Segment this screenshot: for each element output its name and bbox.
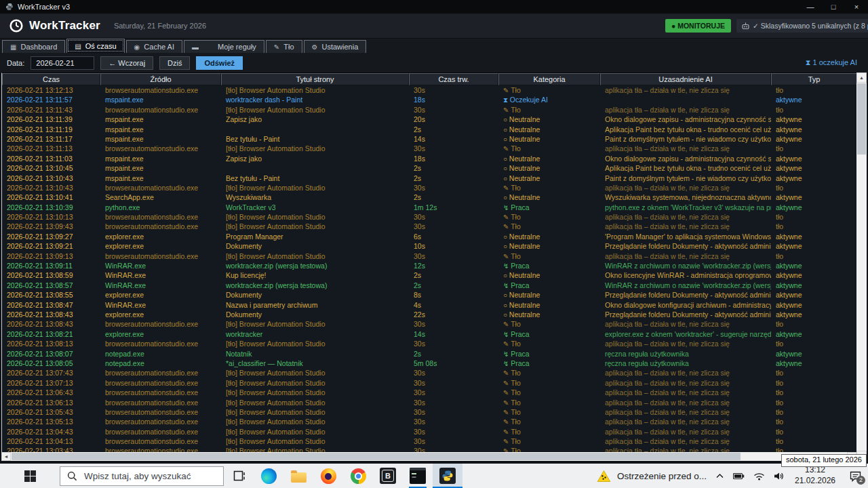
yesterday-button[interactable]: ← Wczoraj (100, 56, 153, 70)
column-header-kategoria[interactable]: Kategoria (498, 73, 600, 85)
cell-duration: 14s (409, 329, 498, 339)
tab-dashboard[interactable]: ▦Dashboard (2, 40, 65, 53)
cell-type: aktywne (771, 300, 857, 310)
table-row[interactable]: 2026-02-21 13:11:19mspaint.exe2s○ Neutra… (2, 125, 867, 134)
cell-justification: aplikacja tła – działa w tle, nie zlicza… (600, 183, 771, 192)
table-row[interactable]: 2026-02-21 13:08:57WinRAR.exeworktracker… (2, 281, 867, 290)
table-row[interactable]: 2026-02-21 13:10:43browserautomationstud… (2, 183, 867, 192)
table-row[interactable]: 2026-02-21 13:06:13browserautomationstud… (2, 398, 867, 407)
table-row[interactable]: 2026-02-21 13:09:13browserautomationstud… (2, 251, 867, 261)
table-row[interactable]: 2026-02-21 13:10:13browserautomationstud… (2, 212, 867, 222)
cell-source: browserautomationstudio.exe (100, 105, 221, 115)
table-row[interactable]: 2026-02-21 13:07:43browserautomationstud… (2, 368, 867, 378)
refresh-button[interactable]: Odśwież (196, 56, 243, 70)
worktracker-python-taskbar-icon[interactable] (433, 464, 462, 488)
tab-background[interactable]: ✎Tło (266, 40, 302, 53)
tlo-category-icon: ✎ (503, 214, 511, 221)
task-view-button[interactable] (224, 464, 254, 488)
column-header-zrodlo[interactable]: Źródło (100, 73, 221, 85)
tab-cache-ai[interactable]: ◉Cache AI (126, 40, 182, 53)
table-row[interactable]: 2026-02-21 13:06:43browserautomationstud… (2, 388, 867, 397)
notification-center-button[interactable]: 2 (846, 470, 864, 482)
tab-settings[interactable]: ⚙Ustawienia (304, 40, 367, 53)
column-header-tytul[interactable]: Tytuł strony (221, 73, 409, 85)
cell-time: 2026-02-21 13:05:13 (2, 417, 100, 426)
column-header-czas-trw[interactable]: Czas trw. (409, 73, 498, 85)
table-row[interactable]: 2026-02-21 13:11:39mspaint.exeZapisz jak… (2, 115, 867, 124)
file-explorer-taskbar-icon[interactable] (283, 464, 313, 488)
table-row[interactable]: 2026-02-21 13:11:03mspaint.exeZapisz jak… (2, 154, 867, 163)
horizontal-scroll-thumb[interactable] (12, 453, 741, 460)
cell-type: aktywne (771, 270, 857, 280)
cell-justification: ręczna reguła użytkownika (600, 359, 771, 368)
table-row[interactable]: 2026-02-21 13:08:59WinRAR.exeKup licencj… (2, 270, 867, 280)
table-row[interactable]: 2026-02-21 13:08:05notepad.exe*ai_classi… (2, 359, 867, 368)
table-row[interactable]: 2026-02-21 13:08:21explorer.exeworktrack… (2, 329, 867, 339)
close-button[interactable]: × (845, 0, 868, 14)
battery-icon[interactable] (733, 472, 745, 480)
date-input[interactable] (31, 56, 94, 70)
column-header-uzasadnienie[interactable]: Uzasadnienie AI (600, 73, 771, 85)
taskbar-search[interactable] (60, 466, 224, 486)
taskbar-clock[interactable]: 13:12 21.02.2026 (793, 465, 837, 486)
table-row[interactable]: 2026-02-21 13:04:13browserautomationstud… (2, 436, 867, 446)
cell-duration: 30s (409, 388, 498, 397)
browser-automation-studio-taskbar-icon[interactable]: B (373, 464, 403, 488)
table-row[interactable]: 2026-02-21 13:08:55explorer.exeDokumenty… (2, 290, 867, 300)
classification-status-text: ✓ Sklasyfikowano 5 unikalnych (z 8 pendi… (753, 22, 868, 30)
chevron-up-icon[interactable] (715, 473, 724, 479)
cell-justification: aplikacja tła – działa w tle, nie zlicza… (600, 378, 771, 388)
table-row[interactable]: 2026-02-21 13:11:17mspaint.exeBez tytułu… (2, 134, 867, 144)
horizontal-scrollbar[interactable]: ◄ ► (1, 452, 856, 461)
table-row[interactable]: 2026-02-21 13:09:21explorer.exeDokumenty… (2, 241, 867, 251)
cell-duration: 30s (409, 251, 498, 261)
table-row[interactable]: 2026-02-21 13:08:47WinRAR.exeNazwa i par… (2, 300, 867, 310)
cell-justification: Paint z domyślnym tytułem - nie wiadomo … (600, 174, 771, 183)
table-row[interactable]: 2026-02-21 13:04:43browserautomationstud… (2, 427, 867, 436)
start-button[interactable] (0, 464, 60, 488)
scroll-left-arrow[interactable]: ◄ (1, 452, 11, 461)
tab-timeline[interactable]: ▤Oś czasu (66, 39, 124, 53)
table-row[interactable]: 2026-02-21 13:08:13browserautomationstud… (2, 339, 867, 348)
table-row[interactable]: 2026-02-21 13:10:45mspaint.exe2s○ Neutra… (2, 163, 867, 173)
column-header-czas[interactable]: Czas (2, 73, 100, 85)
firefox-taskbar-icon[interactable] (313, 464, 343, 488)
table-row[interactable]: 2026-02-21 13:05:13browserautomationstud… (2, 417, 867, 426)
minimize-button[interactable]: — (799, 0, 822, 14)
table-row[interactable]: 2026-02-21 13:12:13browserautomationstud… (2, 85, 867, 95)
table-row[interactable]: 2026-02-21 13:10:41SearchApp.exeWyszukiw… (2, 192, 867, 202)
terminal-taskbar-icon[interactable] (403, 464, 433, 488)
taskbar: B Ostrzeżenie przed o... 13:12 21.0 (0, 464, 868, 488)
cell-time: 2026-02-21 13:09:27 (2, 232, 100, 241)
table-row[interactable]: 2026-02-21 13:09:27explorer.exeProgram M… (2, 232, 867, 241)
column-header-typ[interactable]: Typ (771, 73, 857, 85)
table-row[interactable]: 2026-02-21 13:11:13browserautomationstud… (2, 144, 867, 153)
tab-my-rules[interactable]: ▬Moje reguły (184, 40, 264, 53)
table-row[interactable]: 2026-02-21 13:11:43browserautomationstud… (2, 105, 867, 115)
clock-tooltip: sobota, 21 lutego 2026 (781, 454, 867, 467)
table-row[interactable]: 2026-02-21 13:09:43browserautomationstud… (2, 222, 867, 231)
table-row[interactable]: 2026-02-21 13:07:13browserautomationstud… (2, 378, 867, 388)
table-row[interactable]: 2026-02-21 13:09:11WinRAR.exeworktracker… (2, 261, 867, 270)
maximize-button[interactable]: □ (822, 0, 845, 14)
table-row[interactable]: 2026-02-21 13:10:43mspaint.exeBez tytułu… (2, 174, 867, 183)
table-row[interactable]: 2026-02-21 13:08:43browserautomationstud… (2, 319, 867, 329)
edge-taskbar-icon[interactable] (254, 464, 283, 488)
speaker-icon[interactable] (774, 472, 784, 481)
chrome-taskbar-icon[interactable] (343, 464, 373, 488)
table-row[interactable]: 2026-02-21 13:08:43explorer.exeDokumenty… (2, 310, 867, 319)
table-row[interactable]: 2026-02-21 13:08:07notepad.exeNotatnik2s… (2, 349, 867, 359)
vertical-scrollbar[interactable]: ▲ ▼ (856, 73, 867, 461)
scroll-up-arrow[interactable]: ▲ (856, 73, 867, 83)
wifi-icon[interactable] (753, 472, 765, 481)
table-row[interactable]: 2026-02-21 13:10:39python.exeWorkTracker… (2, 203, 867, 212)
cell-type: aktywne (771, 125, 857, 134)
table-row[interactable]: 2026-02-21 13:11:57mspaint.exeworktracke… (2, 95, 867, 104)
table-row[interactable]: 2026-02-21 13:05:43browserautomationstud… (2, 407, 867, 417)
vertical-scroll-thumb[interactable] (857, 83, 866, 155)
search-input[interactable] (83, 470, 216, 482)
today-button[interactable]: Dziś (159, 56, 190, 70)
cell-category: ✎ Tło (498, 222, 600, 231)
warning-notification[interactable]: Ostrzeżenie przed o... (597, 470, 707, 483)
tlo-category-icon: ✎ (503, 438, 511, 445)
